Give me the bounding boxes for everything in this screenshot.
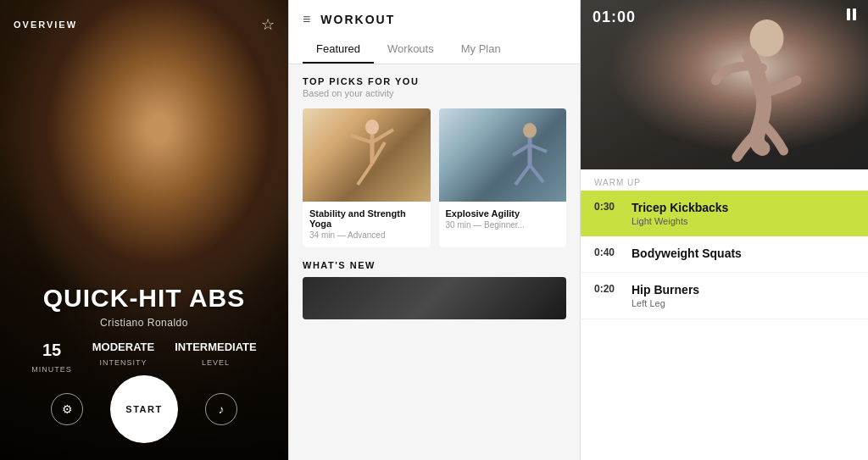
exercise-item[interactable]: 0:40 Bodyweight Squats — [581, 236, 868, 273]
card-yoga-name: Stability and Strength Yoga — [309, 208, 424, 229]
card-yoga-info: Stability and Strength Yoga 34 min — Adv… — [303, 202, 431, 247]
overview-content: QUICK-HIT ABS Cristiano Ronaldo 15 Minut… — [0, 284, 288, 375]
stat-level: INTERMEDIATE Level — [175, 341, 257, 375]
card-agility-info: Explosive Agility 30 min — Beginner... — [439, 202, 567, 236]
exercise-info-2: Hip Burners Left Leg — [632, 283, 854, 308]
workout-name: QUICK-HIT ABS — [17, 284, 271, 312]
card-yoga[interactable]: Stability and Strength Yoga 34 min — Adv… — [303, 108, 431, 247]
workout-tabs: Featured Workouts My Plan — [303, 36, 566, 64]
stat-intensity-value: MODERATE — [92, 341, 154, 353]
workout-header-top: ≡ WORKOUT — [303, 12, 566, 27]
exercise-duration-0: 0:30 — [594, 201, 620, 213]
favorite-icon[interactable]: ☆ — [261, 15, 275, 34]
exercise-detail-2: Left Leg — [632, 298, 854, 308]
exercise-detail-0: Light Weights — [632, 216, 854, 226]
exercise-duration-1: 0:40 — [594, 247, 620, 258]
overview-controls: ⚙ START ♪ — [0, 375, 288, 443]
section-warm-up: Warm Up — [581, 169, 868, 191]
stat-level-label: Level — [202, 358, 230, 367]
exercise-item[interactable]: 0:20 Hip Burners Left Leg — [581, 273, 868, 319]
agility-figure — [503, 121, 558, 202]
settings-button[interactable]: ⚙ — [51, 393, 83, 425]
workout-body: TOP PICKS FOR YOU Based on your activity — [289, 64, 580, 460]
workout-stats: 15 Minutes MODERATE Intensity INTERMEDIA… — [17, 341, 271, 375]
person-image — [0, 0, 288, 322]
card-agility[interactable]: Explosive Agility 30 min — Beginner... — [439, 108, 567, 247]
card-agility-name: Explosive Agility — [446, 208, 560, 219]
top-picks-title: TOP PICKS FOR YOU — [303, 76, 566, 86]
card-agility-meta: 30 min — Beginner... — [446, 220, 560, 230]
svg-point-6 — [523, 123, 537, 138]
tab-my-plan[interactable]: My Plan — [448, 36, 515, 64]
exercise-info-1: Bodyweight Squats — [632, 247, 854, 262]
music-button[interactable]: ♪ — [205, 393, 237, 425]
exercise-list: Warm Up 0:30 Tricep Kickbacks Light Weig… — [581, 169, 868, 460]
svg-point-0 — [365, 119, 379, 135]
stat-intensity-label: Intensity — [99, 358, 147, 367]
whats-new-preview — [303, 277, 566, 319]
pause-bar-1 — [847, 8, 850, 20]
exercise-panel: 01:00 Warm Up 0:30 Tricep Kickbacks Ligh… — [580, 0, 868, 460]
tab-featured[interactable]: Featured — [303, 36, 374, 64]
top-picks-subtitle: Based on your activity — [303, 88, 566, 98]
svg-line-10 — [515, 165, 530, 185]
pause-bar-2 — [853, 8, 856, 20]
yoga-figure — [342, 117, 402, 202]
stat-minutes-value: 15 — [31, 341, 72, 360]
overview-panel: OVERVIEW ☆ QUICK-HIT ABS Cristiano Ronal… — [0, 0, 288, 460]
music-icon: ♪ — [219, 402, 225, 416]
exercise-item[interactable]: 0:30 Tricep Kickbacks Light Weights — [581, 191, 868, 236]
workout-header: ≡ WORKOUT Featured Workouts My Plan — [289, 0, 580, 64]
stat-minutes-label: Minutes — [31, 365, 72, 374]
overview-header: OVERVIEW ☆ — [0, 15, 288, 34]
start-label: START — [125, 404, 162, 414]
menu-icon[interactable]: ≡ — [303, 12, 310, 27]
pause-button[interactable] — [847, 8, 856, 20]
settings-icon: ⚙ — [62, 402, 73, 416]
stat-minutes: 15 Minutes — [31, 341, 72, 375]
exercise-info-0: Tricep Kickbacks Light Weights — [632, 201, 854, 226]
card-yoga-meta: 34 min — Advanced — [309, 230, 424, 240]
workout-title: WORKOUT — [320, 13, 395, 26]
stat-level-value: INTERMEDIATE — [175, 341, 257, 353]
exercise-video: 01:00 — [581, 0, 868, 169]
card-yoga-image — [303, 108, 431, 202]
exercise-name-2: Hip Burners — [632, 283, 854, 297]
svg-line-11 — [530, 165, 543, 182]
exercise-timer: 01:00 — [593, 8, 636, 26]
exercise-name-0: Tricep Kickbacks — [632, 201, 854, 214]
tab-workouts[interactable]: Workouts — [374, 36, 448, 64]
whats-new-title: WHAT'S NEW — [303, 260, 566, 270]
card-agility-image — [439, 108, 567, 202]
svg-line-8 — [513, 145, 530, 155]
overview-title: OVERVIEW — [14, 19, 77, 30]
svg-line-4 — [358, 163, 372, 185]
exercise-duration-2: 0:20 — [594, 283, 620, 295]
workout-cards: Stability and Strength Yoga 34 min — Adv… — [303, 108, 566, 247]
start-button[interactable]: START — [110, 375, 178, 443]
trainer-name: Cristiano Ronaldo — [17, 317, 271, 329]
exercise-name-1: Bodyweight Squats — [632, 247, 854, 260]
stat-intensity: MODERATE Intensity — [92, 341, 154, 375]
workout-panel: ≡ WORKOUT Featured Workouts My Plan TOP … — [288, 0, 580, 460]
svg-line-9 — [530, 145, 547, 152]
svg-line-2 — [351, 136, 372, 142]
